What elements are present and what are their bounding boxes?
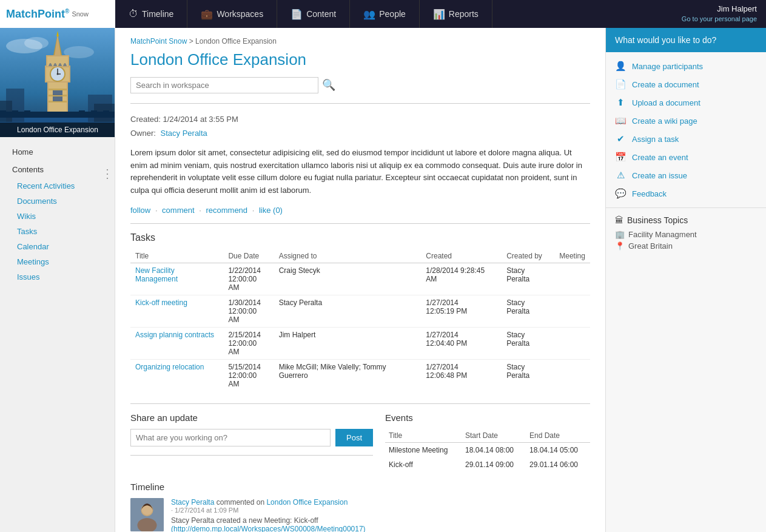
- biz-item-icon: 🏢: [615, 230, 625, 239]
- recommend-link[interactable]: recommend: [206, 206, 247, 215]
- sidebar-navigation: Home Contents Recent Activities Document…: [0, 137, 115, 291]
- task-due-date: 1/22/201412:00:00 AM: [223, 263, 274, 295]
- page-title: London Office Expansion: [130, 50, 590, 69]
- timeline-section: Timeline: [130, 482, 590, 532]
- avatar: [130, 498, 164, 531]
- event-start-date: 29.01.14 09:00: [462, 457, 526, 472]
- right-action-item[interactable]: 👤Manage participants: [606, 57, 766, 75]
- right-action-label: Create an issue: [632, 171, 687, 180]
- breadcrumb: MatchPoint Snow > London Office Expansio…: [130, 37, 590, 45]
- right-action-item[interactable]: ⬆Upload a document: [606, 93, 766, 112]
- task-created-by: Stacy Peralta: [502, 263, 554, 295]
- task-title-link[interactable]: New Facility Management: [135, 266, 178, 283]
- sidebar-item-tasks[interactable]: Tasks: [0, 224, 115, 239]
- user-personal-page-link[interactable]: Go to your personal page: [682, 15, 757, 24]
- timeline-title: Timeline: [130, 482, 590, 492]
- right-action-label: Create a wiki page: [632, 116, 697, 126]
- sidebar-item-contents[interactable]: Contents: [0, 161, 115, 178]
- timeline-author[interactable]: Stacy Peralta: [171, 498, 214, 507]
- sidebar-item-issues[interactable]: Issues: [0, 269, 115, 285]
- right-action-label: Assign a task: [632, 135, 679, 144]
- actions-bar: follow · comment · recommend · like (0): [130, 206, 590, 215]
- right-panel-actions: 👤Manage participants📄Create a document⬆U…: [606, 52, 766, 208]
- right-panel-header: What would you like to do?: [606, 28, 766, 52]
- post-button[interactable]: Post: [335, 429, 373, 446]
- task-created-by: Stacy Peralta: [502, 327, 554, 359]
- nav-item-people[interactable]: 👥 People: [350, 0, 420, 28]
- table-row: Kick-off 29.01.14 09:00 29.01.14 06:00: [385, 457, 590, 472]
- task-title-link[interactable]: Organizing relocation: [135, 363, 204, 371]
- nav-item-content[interactable]: 📄 Content: [277, 0, 350, 28]
- right-action-item[interactable]: 📅Create an event: [606, 148, 766, 166]
- svg-rect-15: [53, 90, 62, 95]
- nav-item-workspaces[interactable]: 💼 Workspaces: [187, 0, 277, 28]
- breadcrumb-root[interactable]: MatchPoint Snow: [130, 37, 187, 45]
- page-description: Lorem ipsum dolor sit amet, consectetur …: [130, 147, 590, 197]
- search-bar: 🔍: [130, 76, 590, 93]
- sidebar-item-documents[interactable]: Documents: [0, 194, 115, 209]
- svg-rect-12: [49, 89, 67, 90]
- share-title: Share an update: [130, 412, 373, 423]
- task-title-link[interactable]: Assign plannig contracts: [135, 331, 214, 339]
- events-section: Events Title Start Date End Date Milesto…: [385, 412, 590, 472]
- share-input[interactable]: [130, 429, 331, 446]
- sidebar-item-calendar[interactable]: Calendar: [0, 239, 115, 254]
- nav-item-reports[interactable]: 📊 Reports: [420, 0, 492, 28]
- tasks-section-title: Tasks: [130, 232, 590, 243]
- event-title: Kick-off: [385, 457, 462, 472]
- right-action-icon: ⬆: [615, 97, 626, 108]
- content-icon: 📄: [291, 8, 303, 20]
- sidebar-item-meetings[interactable]: Meetings: [0, 254, 115, 269]
- follow-link[interactable]: follow: [130, 206, 150, 215]
- search-input[interactable]: [130, 77, 318, 93]
- task-meeting: [554, 295, 590, 327]
- event-end-date: 18.04.14 05:00: [526, 442, 590, 457]
- right-action-label: Manage participants: [632, 62, 703, 71]
- timeline-link[interactable]: (http://demo.mp.local/Workspaces/WS00008…: [171, 525, 366, 532]
- tasks-table: Title Due Date Assigned to Created Creat…: [130, 249, 590, 391]
- timeline-action: commented on: [217, 498, 267, 507]
- right-action-item[interactable]: 📖Create a wiki page: [606, 112, 766, 130]
- right-action-item[interactable]: ✔Assign a task: [606, 130, 766, 148]
- sidebar-image-caption: London Office Expansion: [0, 123, 115, 137]
- owner-link[interactable]: Stacy Peralta: [161, 129, 207, 138]
- timeline-body: Stacy Peralta created a new Meeting: Kic…: [171, 516, 366, 532]
- biz-table-icon: 🏛: [615, 215, 623, 225]
- task-created: 1/27/201412:04:40 PM: [421, 327, 502, 359]
- events-col-title: Title: [385, 429, 462, 443]
- right-action-item[interactable]: ⚠Create an issue: [606, 166, 766, 184]
- biz-topic-item[interactable]: 📍Great Britain: [615, 241, 757, 251]
- right-action-item[interactable]: 💬Feedback: [606, 184, 766, 203]
- search-button[interactable]: 🔍: [318, 76, 339, 93]
- top-navigation: MatchPoint® Snow ⏱ Timeline 💼 Workspaces…: [0, 0, 766, 28]
- biz-topic-item[interactable]: 🏢Facility Managment: [615, 230, 757, 239]
- tasks-col-created-by: Created by: [502, 249, 554, 263]
- sidebar-item-wikis[interactable]: Wikis: [0, 209, 115, 224]
- svg-rect-16: [53, 96, 62, 101]
- sidebar-item-home[interactable]: Home: [0, 143, 115, 161]
- right-action-label: Create an event: [632, 153, 688, 162]
- comment-link[interactable]: comment: [162, 206, 194, 215]
- sidebar-item-recent-activities[interactable]: Recent Activities: [0, 178, 115, 194]
- biz-item-label: Facility Managment: [628, 230, 697, 239]
- svg-rect-31: [24, 110, 30, 118]
- right-action-icon: ✔: [615, 133, 626, 144]
- business-topics-section: 🏛 Business Topics 🏢Facility Managment📍Gr…: [606, 208, 766, 260]
- meta-info: Created: 1/24/2014 at 3:55 PM Owner: Sta…: [130, 112, 590, 141]
- tasks-col-title: Title: [130, 249, 223, 263]
- sidebar-resize-handle[interactable]: ⋮: [101, 167, 113, 180]
- like-link[interactable]: like (0): [259, 206, 283, 215]
- svg-rect-30: [12, 110, 18, 118]
- timeline-item: Stacy Peralta commented on London Office…: [130, 498, 590, 532]
- right-panel: What would you like to do? 👤Manage parti…: [605, 28, 766, 532]
- task-meeting: [554, 359, 590, 391]
- task-title-link[interactable]: Kick-off meeting: [135, 298, 187, 307]
- reports-icon: 📊: [433, 8, 445, 20]
- nav-item-timeline[interactable]: ⏱ Timeline: [115, 0, 187, 28]
- right-action-label: Upload a document: [632, 98, 700, 107]
- right-action-item[interactable]: 📄Create a document: [606, 75, 766, 93]
- svg-point-2: [24, 37, 49, 49]
- task-created: 1/28/2014 9:28:45 AM: [421, 263, 502, 295]
- timeline-target[interactable]: London Office Expansion: [266, 498, 348, 507]
- svg-rect-32: [79, 110, 85, 118]
